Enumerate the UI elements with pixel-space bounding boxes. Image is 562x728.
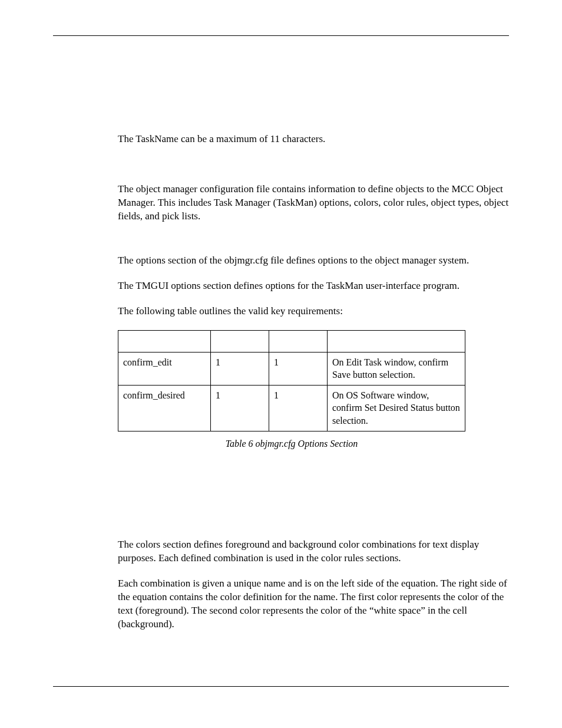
table-header-required	[211, 330, 269, 352]
cell-default: 1	[269, 352, 328, 385]
cell-required: 1	[211, 385, 269, 431]
cell-key: confirm_desired	[118, 385, 211, 431]
cell-description: On Edit Task window, confirm Save button…	[328, 352, 465, 385]
paragraph-colors-detail: Each combination is given a unique name …	[118, 577, 509, 631]
table-header-description	[328, 330, 465, 352]
paragraph-tmgui-options: The TMGUI options section defines option…	[118, 279, 509, 293]
cell-required: 1	[211, 352, 269, 385]
paragraph-table-intro: The following table outlines the valid k…	[118, 305, 509, 318]
cell-default: 1	[269, 385, 328, 431]
paragraph-colors-intro: The colors section defines foreground an…	[118, 538, 509, 565]
top-border-rule	[53, 35, 509, 36]
paragraph-objmgr-intro: The object manager configuration file co…	[118, 183, 509, 223]
table-header-row	[118, 330, 465, 352]
bottom-border-rule	[53, 686, 509, 687]
table-caption: Table 6 objmgr.cfg Options Section	[118, 437, 465, 450]
table-header-default	[269, 330, 328, 352]
page-content: The TaskName can be a maximum of 11 char…	[118, 133, 509, 631]
cell-description: On OS Software window, confirm Set Desir…	[328, 385, 465, 431]
table-row: confirm_edit 1 1 On Edit Task window, co…	[118, 352, 465, 385]
cell-key: confirm_edit	[118, 352, 211, 385]
table-row: confirm_desired 1 1 On OS Software windo…	[118, 385, 465, 431]
table-header-key	[118, 330, 211, 352]
options-table: confirm_edit 1 1 On Edit Task window, co…	[118, 330, 465, 431]
paragraph-taskname-limit: The TaskName can be a maximum of 11 char…	[118, 133, 509, 146]
paragraph-options-section: The options section of the objmgr.cfg fi…	[118, 254, 509, 268]
